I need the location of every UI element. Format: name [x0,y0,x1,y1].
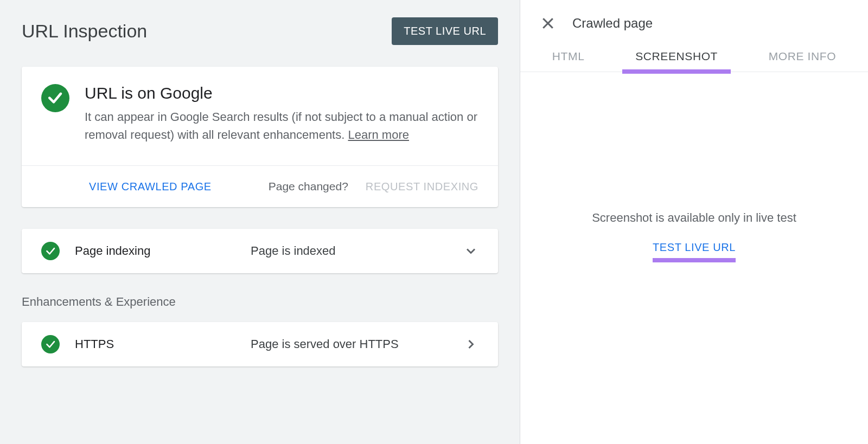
side-panel-title: Crawled page [572,16,653,31]
close-icon[interactable] [540,15,556,31]
checkmark-icon [41,335,60,353]
screenshot-unavailable-text: Screenshot is available only in live tes… [592,211,796,225]
checkmark-icon [41,84,69,112]
enhancements-heading: Enhancements & Experience [22,295,498,309]
https-row[interactable]: HTTPS Page is served over HTTPS [22,322,498,366]
side-panel-body: Screenshot is available only in live tes… [520,72,868,444]
chevron-down-icon [463,243,478,259]
https-label: HTTPS [75,337,238,351]
learn-more-link[interactable]: Learn more [348,128,409,141]
https-value: Page is served over HTTPS [251,337,450,351]
status-description: It can appear in Google Search results (… [85,108,478,144]
status-card: URL is on Google It can appear in Google… [22,67,498,207]
page-indexing-row[interactable]: Page indexing Page is indexed [22,229,498,273]
page-indexing-value: Page is indexed [251,244,450,258]
header-row: URL Inspection TEST LIVE URL [22,17,498,45]
main-content: URL Inspection TEST LIVE URL URL is on G… [0,0,520,444]
status-texts: URL is on Google It can appear in Google… [85,84,478,144]
test-live-url-button[interactable]: TEST LIVE URL [392,17,498,45]
tab-html[interactable]: HTML [549,42,588,72]
status-title: URL is on Google [85,84,478,102]
view-crawled-page-button[interactable]: VIEW CRAWLED PAGE [89,181,212,193]
crawled-page-side-panel: Crawled page HTML SCREENSHOT MORE INFO S… [520,0,868,444]
page-changed-label: Page changed? [269,180,348,193]
chevron-right-icon [463,337,478,352]
page-indexing-label: Page indexing [75,244,238,258]
side-panel-header: Crawled page [520,0,868,42]
status-card-actions: VIEW CRAWLED PAGE Page changed? REQUEST … [22,166,498,207]
side-panel-tabs: HTML SCREENSHOT MORE INFO [520,42,868,72]
request-indexing-button[interactable]: REQUEST INDEXING [366,181,478,193]
tab-more-info[interactable]: MORE INFO [765,42,839,72]
tab-screenshot[interactable]: SCREENSHOT [632,42,721,72]
status-description-text: It can appear in Google Search results (… [85,110,477,141]
status-card-top: URL is on Google It can appear in Google… [22,67,498,166]
test-live-url-link[interactable]: TEST LIVE URL [653,241,736,262]
checkmark-icon [41,242,60,260]
page-title: URL Inspection [22,21,147,42]
